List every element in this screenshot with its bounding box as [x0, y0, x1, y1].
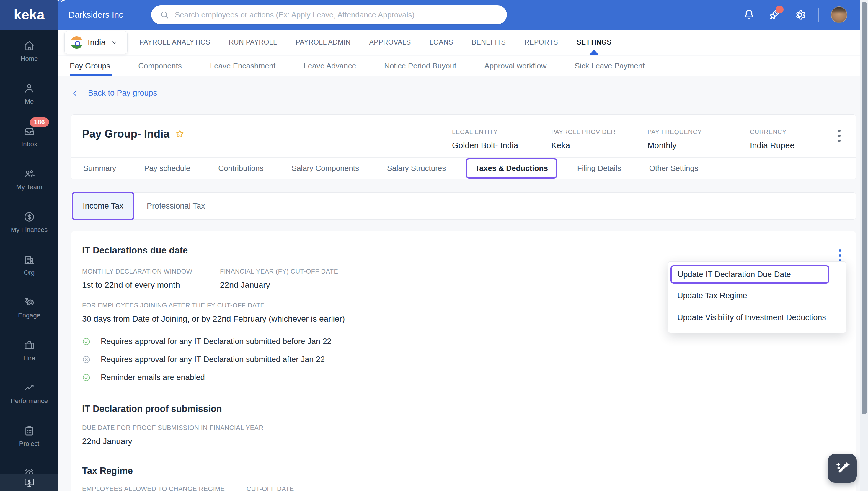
field-value: 22nd January: [82, 437, 263, 446]
sidebar-item-project[interactable]: Project: [0, 414, 58, 457]
page-scrollbar-track[interactable]: [860, 0, 868, 491]
tax-tabs-card: Income Tax Professional Tax: [71, 192, 856, 220]
country-selector[interactable]: India: [64, 31, 128, 54]
sidebar-item-payroll-active[interactable]: [0, 474, 58, 491]
top-bar: keka Darksiders Inc: [0, 0, 868, 30]
settings-gear-icon[interactable]: [793, 8, 807, 22]
tab-income-tax[interactable]: Income Tax: [72, 192, 134, 220]
sidebar-item-engage[interactable]: Engage: [0, 286, 58, 329]
keka-logo-sparks-icon: [56, 0, 66, 4]
nav-tab-benefits[interactable]: BENEFITS: [472, 38, 506, 46]
tax-regime-title: Tax Regime: [82, 466, 133, 476]
field-label: MONTHLY DECLARATION WINDOW: [82, 268, 193, 275]
meta-value: Monthly: [647, 141, 702, 150]
sidebar-item-label: My Team: [16, 183, 43, 191]
nav-tab-payroll-admin[interactable]: PAYROLL ADMIN: [296, 38, 351, 46]
subnav-leave-encashment[interactable]: Leave Encashment: [210, 56, 276, 76]
list-item: Reminder emails are enabled: [82, 369, 331, 386]
whats-new-rocket-icon[interactable]: [767, 8, 781, 22]
meta-payroll-provider: PAYROLL PROVIDER Keka: [551, 128, 616, 150]
briefcase-icon: [23, 339, 35, 351]
meta-label: PAY FREQUENCY: [647, 128, 702, 136]
nav-tab-payroll-analytics[interactable]: PAYROLL ANALYTICS: [139, 38, 210, 46]
field-label: EMPLOYEES ALLOWED TO CHANGE REGIME: [82, 485, 225, 491]
sidebar-item-hire[interactable]: Hire: [0, 329, 58, 372]
magic-wand-icon: [834, 460, 850, 476]
nav-tab-settings[interactable]: SETTINGS: [577, 38, 611, 46]
pay-group-title: Pay Group- India: [82, 128, 169, 140]
sidebar-item-label: Project: [19, 440, 39, 447]
subnav-leave-advance[interactable]: Leave Advance: [304, 56, 356, 76]
it-declarations-kebab-menu-icon[interactable]: [837, 248, 843, 263]
meta-label: PAYROLL PROVIDER: [551, 128, 616, 136]
tab-contributions[interactable]: Contributions: [218, 164, 263, 173]
menu-item-update-tax-regime[interactable]: Update Tax Regime: [668, 287, 846, 304]
nav-tab-run-payroll[interactable]: RUN PAYROLL: [229, 38, 277, 46]
pay-group-kebab-menu-icon[interactable]: [836, 128, 842, 144]
check-circle-icon: [82, 337, 91, 346]
nav-tab-approvals[interactable]: APPROVALS: [369, 38, 411, 46]
sidebar-item-inbox[interactable]: 186 Inbox: [0, 115, 58, 158]
sidebar-item-home[interactable]: Home: [0, 30, 58, 72]
payroll-nav: India PAYROLL ANALYTICS RUN PAYROLL PAYR…: [58, 30, 868, 55]
chevron-left-icon[interactable]: [71, 89, 80, 98]
it-declarations-title: IT Declarations due date: [82, 245, 188, 256]
tab-other-settings[interactable]: Other Settings: [649, 164, 698, 173]
meta-label: CURRENCY: [750, 128, 794, 136]
notifications-bell-icon[interactable]: [742, 8, 756, 22]
keka-logo-text: keka: [14, 7, 45, 23]
sidebar-item-my-finances[interactable]: My Finances: [0, 201, 58, 243]
tab-pay-schedule[interactable]: Pay schedule: [144, 164, 190, 173]
rule-text: Reminder emails are enabled: [101, 373, 205, 382]
pay-group-tabs: Summary Pay schedule Contributions Salar…: [71, 157, 856, 179]
settings-subnav: Pay Groups Components Leave Encashment L…: [58, 56, 868, 77]
back-row: Back to Pay groups: [71, 88, 157, 98]
assistant-fab[interactable]: [828, 454, 857, 483]
tab-professional-tax[interactable]: Professional Tax: [147, 202, 205, 211]
sidebar-item-org[interactable]: Org: [0, 243, 58, 286]
check-circle-icon: [82, 373, 91, 382]
sidebar-item-performance[interactable]: Performance: [0, 372, 58, 414]
rocket-notification-dot: [776, 6, 784, 13]
pay-group-title-row: Pay Group- India: [82, 128, 185, 140]
sidebar-item-me[interactable]: Me: [0, 72, 58, 115]
nav-tabs: PAYROLL ANALYTICS RUN PAYROLL PAYROLL AD…: [139, 38, 611, 46]
nav-tab-reports[interactable]: REPORTS: [524, 38, 558, 46]
subnav-notice-period-buyout[interactable]: Notice Period Buyout: [384, 56, 456, 76]
meta-value: Keka: [551, 141, 616, 150]
subnav-pay-groups[interactable]: Pay Groups: [70, 56, 110, 76]
back-to-pay-groups-link[interactable]: Back to Pay groups: [88, 88, 157, 98]
nav-tab-loans[interactable]: LOANS: [429, 38, 453, 46]
favorite-star-icon[interactable]: [175, 129, 185, 139]
meta-legal-entity: LEGAL ENTITY Golden Bolt- India: [452, 128, 518, 150]
subnav-approval-workflow[interactable]: Approval workflow: [484, 56, 547, 76]
person-icon: [23, 82, 35, 95]
tab-salary-structures[interactable]: Salary Structures: [387, 164, 446, 173]
inbox-badge: 186: [30, 117, 49, 127]
field-fy-cutoff-date: FINANCIAL YEAR (FY) CUT-OFF DATE 22nd Ja…: [220, 268, 338, 290]
sidebar-item-label: Org: [24, 269, 35, 277]
sidebar-item-my-team[interactable]: My Team: [0, 158, 58, 201]
active-tab-triangle: [589, 50, 599, 55]
meta-value: Golden Bolt- India: [452, 141, 518, 150]
menu-item-update-visibility-investment-deductions[interactable]: Update Visibility of Investment Deductio…: [668, 309, 846, 326]
india-flag-icon: [71, 36, 83, 49]
tab-filing-details[interactable]: Filing Details: [577, 164, 621, 173]
user-avatar[interactable]: [831, 6, 847, 23]
subnav-sick-leave-payment[interactable]: Sick Leave Payment: [575, 56, 644, 76]
tab-salary-components[interactable]: Salary Components: [292, 164, 359, 173]
menu-item-update-it-declaration-due-date[interactable]: Update IT Declaration Due Date: [671, 265, 829, 284]
chevron-down-icon: [110, 39, 118, 46]
field-label: DUE DATE FOR PROOF SUBMISSION IN FINANCI…: [82, 424, 263, 432]
keka-logo[interactable]: keka: [0, 0, 58, 30]
tab-taxes-deductions[interactable]: Taxes & Deductions: [466, 158, 557, 178]
global-search[interactable]: [151, 5, 507, 24]
search-input[interactable]: [175, 10, 499, 20]
top-icons: [742, 0, 847, 30]
sidebar-item-label: Performance: [11, 397, 48, 405]
tab-summary[interactable]: Summary: [83, 164, 116, 173]
subnav-components[interactable]: Components: [138, 56, 181, 76]
field-monthly-declaration-window: MONTHLY DECLARATION WINDOW 1st to 22nd o…: [82, 268, 193, 290]
dollar-circle-icon: [23, 211, 35, 223]
page-scrollbar-thumb[interactable]: [862, 2, 867, 414]
